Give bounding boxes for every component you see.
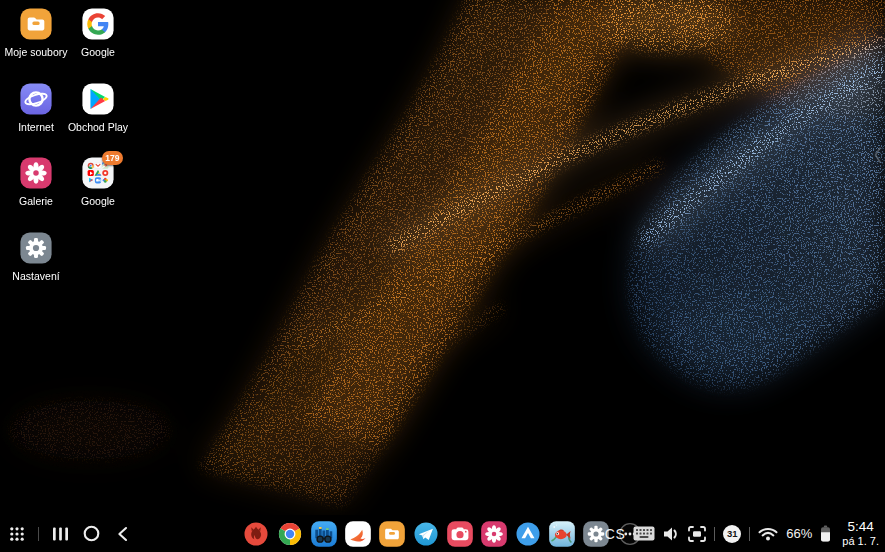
taskbar-nav <box>7 515 132 552</box>
keyboard-button[interactable] <box>633 526 655 541</box>
back-button[interactable] <box>112 515 132 552</box>
google-folder-icon: 179 <box>81 156 115 190</box>
recents-icon <box>52 526 69 542</box>
back-chevron-icon <box>116 526 128 542</box>
app-gallery[interactable]: Galerie <box>5 152 67 227</box>
app-my-files[interactable]: Moje soubory <box>5 3 67 78</box>
app-label: Moje soubory <box>4 46 67 58</box>
dock-telegram[interactable] <box>412 520 440 548</box>
date: pá 1. 7. <box>842 535 879 548</box>
keyboard-icon <box>633 526 655 541</box>
dock-blue-arrow-app[interactable] <box>514 520 542 548</box>
camera-icon <box>446 520 474 548</box>
apps-button[interactable] <box>7 515 27 552</box>
google-icon <box>81 7 115 41</box>
screenshot-button[interactable] <box>688 526 706 542</box>
telegram-icon <box>412 520 440 548</box>
dock-my-files[interactable] <box>378 520 406 548</box>
chevron-left-icon <box>873 146 882 164</box>
apps-grid-icon <box>9 526 25 542</box>
app-label: Galerie <box>19 195 53 207</box>
dock-gallery[interactable] <box>480 520 508 548</box>
volume-button[interactable] <box>663 526 680 542</box>
taskbar-dock <box>242 515 644 552</box>
recents-button[interactable] <box>50 515 70 552</box>
dock-camera[interactable] <box>446 520 474 548</box>
calendar-31-icon[interactable]: 31 <box>723 525 741 543</box>
home-button[interactable] <box>81 515 101 552</box>
nav-divider <box>38 527 39 541</box>
geekbench-icon <box>310 520 338 548</box>
my-files-icon <box>378 520 406 548</box>
wifi-indicator[interactable] <box>758 526 778 541</box>
time: 5:44 <box>848 519 874 535</box>
battery-indicator[interactable] <box>820 525 831 542</box>
my-files-icon <box>19 7 53 41</box>
dock-geekbench[interactable] <box>310 520 338 548</box>
battery-percent[interactable]: 66% <box>786 526 812 541</box>
arrow-up-icon <box>514 520 542 548</box>
screenshot-icon <box>688 526 706 542</box>
dock-swift[interactable] <box>344 520 372 548</box>
status-divider <box>714 527 715 541</box>
app-internet[interactable]: Internet <box>5 78 67 153</box>
status-divider <box>749 527 750 541</box>
clock[interactable]: 5:44 pá 1. 7. <box>842 519 879 548</box>
app-google-folder[interactable]: 179 Google <box>67 152 129 227</box>
app-google[interactable]: Google <box>67 3 129 78</box>
dock-chrome[interactable] <box>276 520 304 548</box>
gallery-icon <box>19 156 53 190</box>
swift-bird-icon <box>344 520 372 548</box>
play-store-icon <box>81 82 115 116</box>
volume-icon <box>663 526 680 542</box>
home-app-grid: Moje soubory Google Internet Obchod Play… <box>5 3 129 301</box>
app-label: Nastavení <box>12 270 59 282</box>
app-label: Internet <box>18 121 54 133</box>
app-label: Google <box>81 46 115 58</box>
taskbar: CS <box>0 515 885 552</box>
app-label: Google <box>81 195 115 207</box>
battery-icon <box>820 525 831 542</box>
home-circle-icon <box>82 524 101 543</box>
keyboard-language[interactable]: CS <box>605 526 625 542</box>
app-label: Obchod Play <box>68 121 128 133</box>
wifi-icon <box>758 526 778 541</box>
taskbar-status: CS <box>605 515 879 552</box>
app-settings[interactable]: Nastavení <box>5 227 67 302</box>
edge-panel-handle[interactable] <box>873 146 882 164</box>
antutu-icon <box>242 520 270 548</box>
chrome-icon <box>276 520 304 548</box>
app-play-store[interactable]: Obchod Play <box>67 78 129 153</box>
fish-game-icon <box>548 520 576 548</box>
tablet-home-screen: Moje soubory Google Internet Obchod Play… <box>0 0 885 552</box>
dock-fish-game[interactable] <box>548 520 576 548</box>
samsung-internet-icon <box>19 82 53 116</box>
dock-antutu[interactable] <box>242 520 270 548</box>
gallery-icon <box>480 520 508 548</box>
wallpaper-particle-waves <box>0 0 885 552</box>
settings-icon <box>19 231 53 265</box>
notification-badge: 179 <box>102 151 123 165</box>
